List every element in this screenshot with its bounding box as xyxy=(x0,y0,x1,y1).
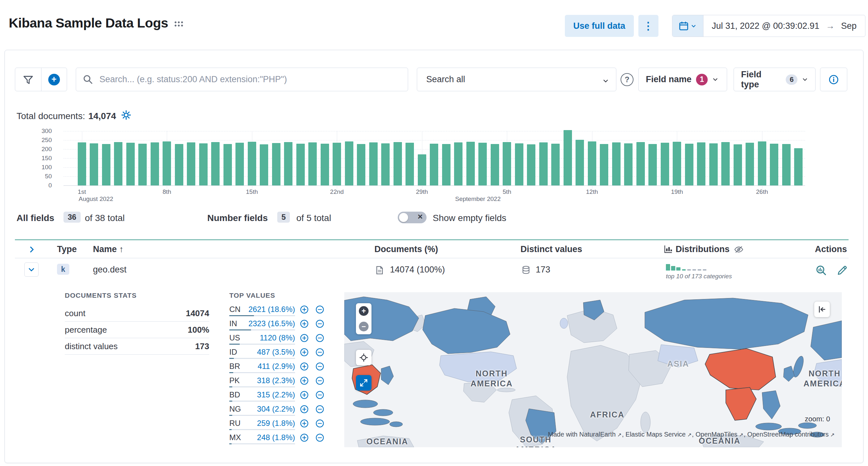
title-options-dots-icon[interactable] xyxy=(174,21,184,28)
histogram-bar[interactable] xyxy=(612,142,621,186)
date-picker[interactable]: Jul 31, 2022 @ 00:39:02.91 → Sep xyxy=(672,15,865,37)
date-range-end[interactable]: Sep xyxy=(841,21,857,31)
filter-out-value-button[interactable] xyxy=(315,391,324,399)
add-field-filter-button[interactable]: + xyxy=(41,68,67,91)
histogram-bar[interactable] xyxy=(515,143,523,186)
gear-icon[interactable] xyxy=(121,110,131,122)
filter-for-value-button[interactable] xyxy=(300,320,309,328)
histogram-bar[interactable] xyxy=(600,144,608,186)
histogram-bar[interactable] xyxy=(734,144,742,186)
histogram-bar[interactable] xyxy=(187,142,195,186)
histogram-bar[interactable] xyxy=(770,144,778,186)
eye-slash-icon[interactable] xyxy=(734,245,743,255)
histogram-bar[interactable] xyxy=(284,142,292,186)
histogram-bar[interactable] xyxy=(102,144,111,186)
filter-for-value-button[interactable] xyxy=(300,376,309,385)
expand-map-button[interactable] xyxy=(356,375,371,391)
histogram-bar[interactable] xyxy=(272,143,280,186)
field-stats-info-button[interactable] xyxy=(820,68,847,91)
add-filter-button[interactable] xyxy=(15,68,41,91)
zoom-out-button[interactable]: − xyxy=(356,319,371,334)
histogram-bar[interactable] xyxy=(321,144,329,186)
edit-field-button[interactable] xyxy=(837,265,848,276)
histogram-bar[interactable] xyxy=(199,143,208,186)
histogram-bar[interactable] xyxy=(211,142,220,186)
filter-out-value-button[interactable] xyxy=(315,348,324,357)
filter-out-value-button[interactable] xyxy=(315,376,324,385)
histogram-bar[interactable] xyxy=(345,141,353,186)
histogram-bar[interactable] xyxy=(236,143,244,186)
fit-to-data-button[interactable] xyxy=(356,350,371,365)
filter-out-value-button[interactable] xyxy=(315,405,324,413)
histogram-bar[interactable] xyxy=(563,130,572,186)
filter-for-value-button[interactable] xyxy=(300,362,309,371)
histogram-bar[interactable] xyxy=(175,144,183,186)
filter-for-value-button[interactable] xyxy=(300,348,309,357)
column-header-distributions[interactable]: Distributions xyxy=(676,244,730,254)
histogram-bar[interactable] xyxy=(648,144,657,186)
filter-out-value-button[interactable] xyxy=(315,305,324,314)
filter-out-value-button[interactable] xyxy=(315,433,324,442)
histogram-bar[interactable] xyxy=(333,143,341,186)
filter-out-value-button[interactable] xyxy=(315,334,324,342)
field-type-filter-button[interactable]: Field type 6 xyxy=(734,68,815,91)
histogram-bar[interactable] xyxy=(746,143,754,186)
collapse-legend-button[interactable] xyxy=(814,302,830,317)
column-header-name[interactable]: Name ↑ xyxy=(93,244,124,254)
filter-for-value-button[interactable] xyxy=(300,391,309,399)
histogram-bar[interactable] xyxy=(709,143,718,186)
histogram-bar[interactable] xyxy=(381,143,390,186)
explore-in-lens-button[interactable] xyxy=(815,265,827,276)
histogram-bar[interactable] xyxy=(673,142,681,186)
calendar-quick-select-button[interactable] xyxy=(672,15,704,37)
histogram-bar[interactable] xyxy=(151,142,159,186)
filter-for-value-button[interactable] xyxy=(300,305,309,314)
histogram-bar[interactable] xyxy=(418,154,426,186)
histogram-bar[interactable] xyxy=(430,144,438,186)
column-header-distinct-values[interactable]: Distinct values xyxy=(521,244,582,254)
field-name-cell[interactable]: geo.dest xyxy=(93,265,127,275)
histogram-bar[interactable] xyxy=(697,142,705,186)
show-empty-fields-toggle[interactable]: ✕ xyxy=(398,212,427,223)
histogram-bar[interactable] xyxy=(296,144,305,186)
histogram-bar[interactable] xyxy=(491,144,499,186)
histogram-bar[interactable] xyxy=(782,144,790,186)
filter-out-value-button[interactable] xyxy=(315,419,324,428)
zoom-in-button[interactable]: + xyxy=(356,303,371,319)
use-full-data-button[interactable]: Use full data xyxy=(565,15,634,37)
date-range-start[interactable]: Jul 31, 2022 @ 00:39:02.91 xyxy=(712,21,819,31)
field-name-filter-button[interactable]: Field name 1 xyxy=(639,68,727,91)
histogram-bar[interactable] xyxy=(721,142,730,186)
histogram-bar[interactable] xyxy=(442,144,451,186)
more-options-button[interactable]: ⋮ xyxy=(639,15,658,37)
histogram-bar[interactable] xyxy=(90,143,98,186)
expand-all-chevron[interactable] xyxy=(28,245,36,255)
histogram-bar[interactable] xyxy=(539,142,548,186)
histogram-bar[interactable] xyxy=(126,143,135,186)
histogram-bar[interactable] xyxy=(685,144,693,186)
filter-for-value-button[interactable] xyxy=(300,433,309,442)
map-attribution-link[interactable]: Elastic Maps Service xyxy=(625,431,686,438)
search-scope-select[interactable]: Search all xyxy=(417,68,616,91)
histogram-bar[interactable] xyxy=(357,144,365,186)
histogram-bar[interactable] xyxy=(624,143,632,186)
column-header-type[interactable]: Type xyxy=(57,244,77,254)
histogram-bar[interactable] xyxy=(163,141,171,186)
map-attribution-link[interactable]: Made with NaturalEarth xyxy=(548,431,616,438)
filter-out-value-button[interactable] xyxy=(315,362,324,371)
histogram-bar[interactable] xyxy=(138,144,147,186)
histogram-bar[interactable] xyxy=(78,142,86,186)
map-attribution-link[interactable]: OpenMapTiles xyxy=(695,431,737,438)
histogram-bar[interactable] xyxy=(114,142,122,186)
histogram-bar[interactable] xyxy=(551,144,560,186)
collapse-row-button[interactable] xyxy=(24,262,38,277)
histogram-bar[interactable] xyxy=(454,142,463,186)
world-map[interactable]: NORTHAMERICA ASIA AFRICA SOUTHAMERICA OC… xyxy=(344,292,842,447)
histogram-bar[interactable] xyxy=(466,142,475,186)
histogram-bar[interactable] xyxy=(478,143,487,186)
histogram-bar[interactable] xyxy=(588,141,596,186)
histogram-bar[interactable] xyxy=(794,148,803,186)
histogram-bar[interactable] xyxy=(503,142,511,186)
histogram-bar[interactable] xyxy=(758,141,766,186)
filter-for-value-button[interactable] xyxy=(300,419,309,428)
